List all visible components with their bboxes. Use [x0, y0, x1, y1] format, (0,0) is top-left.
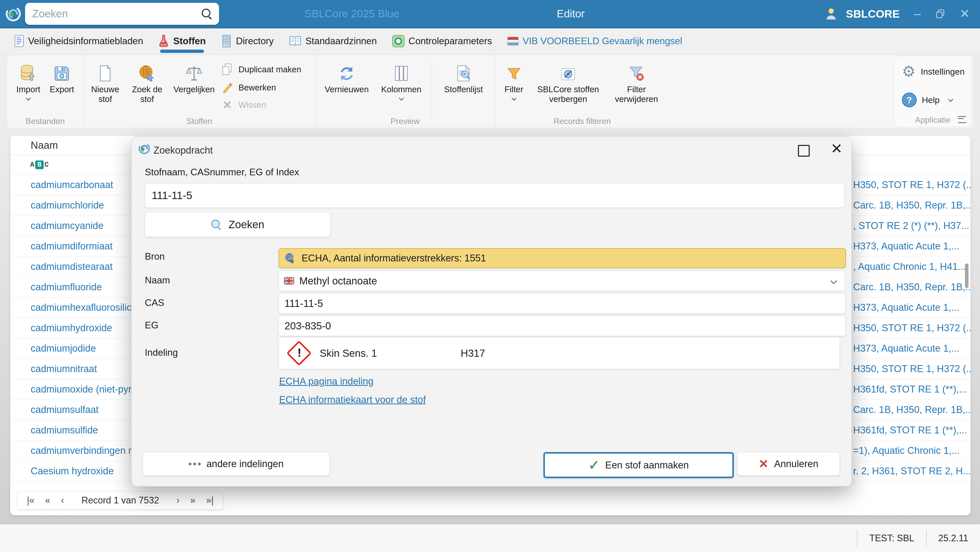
delete-x-icon: ✕ — [223, 99, 232, 111]
environment-label: TEST: SBL — [858, 533, 926, 544]
tab-veiligheidsinformatiebladen[interactable]: Veiligheidsinformatiebladen — [6, 29, 151, 54]
flask-icon — [158, 35, 169, 48]
classification-text: Skin Sens. 1 — [320, 348, 377, 359]
dots-icon — [189, 463, 201, 465]
search-field-label: Stofnaam, CASnummer, EG of Index — [145, 167, 299, 178]
new-document-icon — [99, 65, 112, 81]
check-icon: ✓ — [588, 458, 600, 472]
status-bar: TEST: SBL 25.2.11 — [0, 524, 980, 552]
duplicaat-maken-button[interactable]: Duplicaat maken — [221, 63, 313, 76]
chevron-down-icon — [830, 278, 837, 284]
ghs07-pictogram-icon: ! — [286, 341, 312, 366]
naam-dropdown[interactable]: Methyl octanoate — [278, 271, 845, 291]
app-logo-icon — [5, 6, 21, 22]
tab-bar: Veiligheidsinformatiebladen Stoffen Dire… — [0, 29, 980, 54]
andere-indelingen-button[interactable]: andere indelingen — [143, 452, 329, 475]
restore-button[interactable] — [935, 9, 945, 19]
een-stof-aanmaken-button[interactable]: ✓ Een stof aanmaken — [543, 452, 734, 478]
chevron-down-icon — [948, 97, 953, 102]
database-import-icon — [20, 65, 37, 81]
group-label-stoffen: Stoffen — [84, 116, 315, 126]
nav-next-button[interactable]: › — [177, 495, 180, 506]
classification-cell: H361fd, STOT RE 1 (**),... — [853, 420, 971, 440]
classification-cell: H361fd, STOT RE 1 (**),... — [853, 379, 971, 399]
classification-cell: , Aquatic Chronic 1, H41... — [853, 256, 971, 277]
tab-standaardzinnen[interactable]: Standaardzinnen — [282, 29, 385, 54]
globe-search-icon — [138, 65, 156, 81]
building-icon — [221, 35, 232, 48]
classification-cell: H373, Aquatic Acute 1,... — [853, 338, 971, 359]
nav-first-button[interactable]: |« — [27, 495, 34, 506]
indeling-value: ! Skin Sens. 1 H317 — [278, 337, 840, 369]
nav-prev-button[interactable]: ‹ — [61, 495, 64, 506]
classification-cell: , STOT RE 2 (*) (**), H37... — [853, 215, 971, 236]
hide-eye-icon — [561, 67, 576, 81]
funnel-remove-icon — [629, 66, 644, 81]
dialog-close-button[interactable]: ✕ — [830, 140, 843, 157]
nav-fast-next-button[interactable]: » — [190, 495, 195, 506]
echa-informatiekaart-link[interactable]: ECHA informatiekaart voor de stof — [279, 394, 426, 405]
bron-label: Bron — [145, 251, 165, 262]
group-label-records-filteren: Records filteren — [495, 116, 669, 126]
account-label[interactable]: SBLCORE — [846, 8, 900, 20]
annuleren-button[interactable]: ✕ Annuleren — [737, 452, 840, 475]
record-count-label: Record 1 van 7532 — [81, 495, 159, 506]
hazard-code: H317 — [461, 348, 485, 359]
bewerken-button[interactable]: Bewerken — [221, 82, 313, 93]
indeling-label: Indeling — [145, 347, 178, 358]
group-menu-icon[interactable] — [958, 116, 966, 123]
scales-icon — [186, 65, 202, 81]
group-label-preview: Preview — [315, 116, 495, 126]
tab-directory[interactable]: Directory — [213, 29, 282, 54]
naam-label: Naam — [145, 275, 170, 286]
chevron-down-icon — [399, 96, 404, 101]
minimize-button[interactable]: – — [914, 8, 921, 20]
version-label: 25.2.11 — [927, 533, 980, 544]
classification-cell: H350, STOT RE 1, H372 (... — [853, 317, 971, 338]
help-button[interactable]: ? Help — [902, 93, 971, 107]
search-icon[interactable] — [201, 8, 212, 19]
nav-last-button[interactable]: »| — [206, 495, 213, 506]
user-icon[interactable] — [825, 8, 837, 20]
nav-fast-prev-button[interactable]: « — [45, 495, 50, 506]
cancel-x-icon: ✕ — [759, 458, 768, 470]
ribbon-group-applicatie: ⚙ Instellingen ? Help Applicatie — [894, 56, 972, 127]
parameters-icon — [392, 35, 404, 47]
eg-value[interactable]: 203-835-0 — [278, 316, 845, 336]
global-search-input[interactable]: Zoeken — [25, 3, 219, 25]
eg-label: EG — [145, 320, 158, 331]
uk-flag-icon — [284, 277, 294, 285]
tab-stoffen[interactable]: Stoffen — [151, 29, 213, 54]
wissen-button[interactable]: ✕ Wissen — [221, 99, 313, 111]
echa-indeling-link[interactable]: ECHA pagina indeling — [279, 376, 374, 387]
tab-vib-voorbeeld[interactable]: VIB VOORBEELD Gevaarlijk mengsel — [500, 29, 690, 54]
zoekopdracht-dialog: Zoekopdracht ✕ Stofnaam, CASnummer, EG o… — [131, 136, 852, 487]
document-list-icon — [14, 35, 24, 47]
bron-value[interactable]: ECHA, Aantal informatieverstrekkers: 155… — [278, 248, 846, 268]
list-search-icon — [456, 65, 471, 81]
ribbon-group-bestanden: Import Export Bestanden — [7, 55, 84, 128]
cas-value[interactable]: 111-11-5 — [278, 293, 845, 314]
classification-cell: Carc. 1B, H350, Repr. 1B,... — [853, 195, 971, 215]
vertical-scrollbar[interactable] — [965, 263, 969, 288]
dialog-search-button[interactable]: Zoeken — [145, 212, 330, 237]
dialog-maximize-button[interactable] — [798, 145, 810, 157]
classification-cell: H373, Aquatic Acute 1,... — [853, 236, 971, 256]
instellingen-button[interactable]: ⚙ Instellingen — [902, 64, 971, 79]
window-title: Editor — [557, 8, 585, 20]
gear-icon: ⚙ — [902, 64, 916, 79]
classification-cell: H350, STOT RE 1, H372 (... — [853, 174, 971, 195]
ribbon-group-stoffen: Nieuwe stof Zoek de stof — [84, 55, 315, 128]
substance-search-input[interactable]: 111-11-5 — [145, 183, 845, 208]
nl-flag-icon — [508, 37, 519, 45]
ribbon-group-records-filteren: Filter SBLCore stoffen verbergen — [495, 55, 669, 128]
search-placeholder: Zoeken — [32, 8, 68, 20]
dialog-title: Zoekopdracht — [153, 145, 213, 156]
group-separator — [431, 63, 432, 120]
close-button[interactable]: ✕ — [959, 8, 970, 20]
funnel-icon — [507, 67, 521, 81]
tab-controleparameters[interactable]: Controleparameters — [385, 29, 500, 54]
search-icon — [211, 219, 222, 230]
ribbon-band: Import Export Bestanden — [0, 54, 980, 129]
globe-icon — [285, 253, 296, 263]
